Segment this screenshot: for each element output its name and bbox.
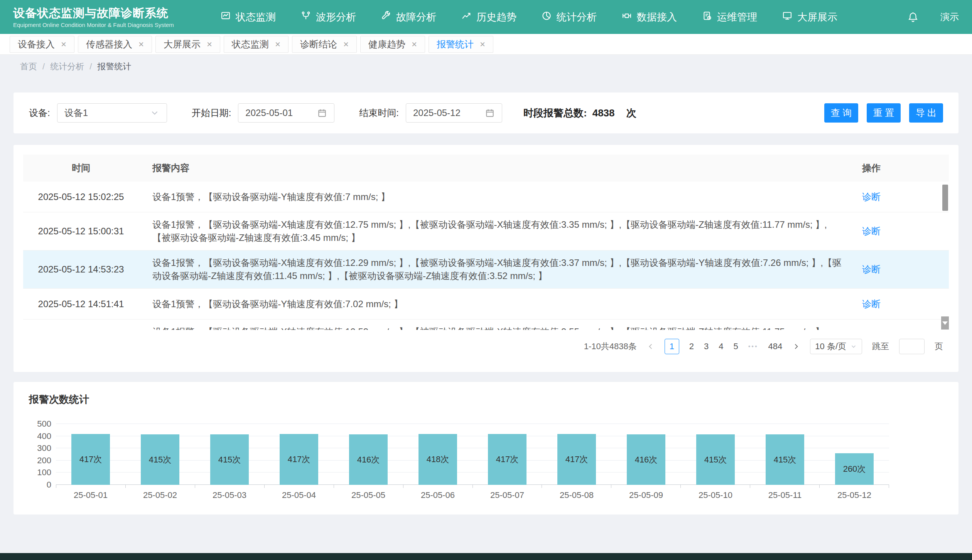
- table-row[interactable]: 2025-05-12 14:51:41 设备1预警，【驱动设备驱动端-Y轴速度有…: [23, 289, 949, 320]
- next-page-button[interactable]: [792, 343, 800, 350]
- page-last[interactable]: 484: [768, 341, 783, 351]
- bar[interactable]: 415次: [141, 434, 179, 485]
- start-date-input[interactable]: 2025-05-01: [238, 103, 334, 123]
- tab-big-screen[interactable]: 大屏展示 ×: [155, 36, 220, 53]
- alarm-total-value: 4838: [592, 107, 615, 119]
- tab-status-monitor[interactable]: 状态监测 ×: [224, 36, 289, 53]
- alarm-content-cell: 设备1报警，【驱动设备驱动端-X轴速度有效值:12.53 mm/s; 】,【被驱…: [139, 325, 862, 330]
- bar[interactable]: 418次: [418, 434, 457, 485]
- diagnose-link[interactable]: 诊断: [862, 192, 881, 202]
- menu-item-stats-analysis[interactable]: 统计分析: [541, 10, 597, 24]
- diagnose-link[interactable]: 诊断: [862, 264, 881, 274]
- bar[interactable]: 417次: [557, 434, 596, 485]
- table-row[interactable]: 2025-05-12 14:50:23 设备1报警，【驱动设备驱动端-X轴速度有…: [23, 320, 949, 330]
- menu-item-status-monitor[interactable]: 状态监测: [220, 10, 276, 24]
- bar[interactable]: 417次: [71, 434, 110, 485]
- notification-bell-icon[interactable]: [907, 11, 919, 23]
- close-icon[interactable]: ×: [275, 39, 280, 50]
- menu-item-ops-management[interactable]: 运维管理: [702, 10, 757, 24]
- table-scrollbar-thumb[interactable]: [942, 185, 948, 211]
- app-title: 设备状态监测与故障诊断系统: [13, 6, 174, 20]
- export-button[interactable]: 导 出: [909, 103, 943, 123]
- alarm-content-cell: 设备1报警，【驱动设备驱动端-X轴速度有效值:12.75 mm/s; 】,【被驱…: [139, 218, 862, 244]
- page-ellipsis[interactable]: •••: [748, 343, 758, 350]
- jump-unit: 页: [935, 341, 943, 352]
- tab-sensor-access[interactable]: 传感器接入 ×: [78, 36, 152, 53]
- reset-button[interactable]: 重 置: [867, 103, 901, 123]
- history-trend-icon: [461, 10, 472, 24]
- bar[interactable]: 416次: [627, 434, 665, 485]
- bar[interactable]: 260次: [835, 453, 874, 485]
- table-row[interactable]: 2025-05-12 15:00:31 设备1报警，【驱动设备驱动端-X轴速度有…: [23, 212, 949, 251]
- bar-slot: 417次: [542, 434, 611, 485]
- tab-health-trend[interactable]: 健康趋势 ×: [360, 36, 425, 53]
- x-tick-label: 25-05-07: [472, 490, 542, 500]
- bar[interactable]: 415次: [210, 434, 249, 485]
- bar-slot: 418次: [403, 434, 472, 485]
- table-row-highlighted[interactable]: 2025-05-12 14:53:23 设备1报警，【驱动设备驱动端-X轴速度有…: [23, 251, 949, 289]
- bar-label: 415次: [149, 454, 172, 466]
- bar-slot: 260次: [820, 453, 889, 485]
- device-label: 设备:: [29, 107, 50, 119]
- chart-title: 报警次数统计: [29, 393, 943, 406]
- bar[interactable]: 415次: [696, 434, 735, 485]
- tab-label: 状态监测: [232, 38, 269, 50]
- menu-item-label: 状态监测: [236, 10, 276, 24]
- page-current[interactable]: 1: [665, 339, 679, 354]
- bar[interactable]: 415次: [766, 434, 804, 485]
- menu-item-big-screen[interactable]: 大屏展示: [782, 10, 837, 24]
- end-date-label: 结束时间:: [359, 107, 399, 119]
- tab-diagnosis-conclusion[interactable]: 诊断结论 ×: [292, 36, 357, 53]
- close-icon[interactable]: ×: [138, 39, 144, 50]
- close-icon[interactable]: ×: [343, 39, 349, 50]
- page-size-value: 10 条/页: [815, 341, 846, 352]
- menu-item-history-trend[interactable]: 历史趋势: [461, 10, 516, 24]
- bar-label: 415次: [704, 454, 727, 466]
- page-number[interactable]: 3: [704, 341, 709, 351]
- jump-page-input[interactable]: [899, 339, 925, 354]
- bar-slot: 415次: [750, 434, 820, 485]
- table-row[interactable]: 2025-05-12 15:02:25 设备1预警，【驱动设备驱动端-Y轴速度有…: [23, 182, 949, 212]
- alarm-table-panel: 时间 报警内容 操作 2025-05-12 15:02:25 设备1预警，【驱动…: [14, 145, 958, 372]
- close-icon[interactable]: ×: [61, 39, 66, 50]
- calendar-icon: [485, 108, 495, 118]
- waveform-analysis-icon: [300, 10, 311, 24]
- page-number[interactable]: 2: [689, 341, 694, 351]
- menu-item-data-access[interactable]: 数据接入: [621, 10, 677, 24]
- x-tick-label: 25-05-05: [334, 490, 403, 500]
- page-number[interactable]: 5: [734, 341, 738, 351]
- user-name[interactable]: 演示: [940, 11, 959, 23]
- close-icon[interactable]: ×: [207, 39, 212, 50]
- bar-slot: 415次: [125, 434, 195, 485]
- device-select[interactable]: 设备1: [57, 103, 167, 123]
- bar[interactable]: 417次: [488, 434, 526, 485]
- menu-item-label: 运维管理: [717, 10, 757, 24]
- pagination: 1-10共4838条 1 2 3 4 5 ••• 484 10 条/页 跳至 页: [23, 338, 949, 355]
- page-size-select[interactable]: 10 条/页: [810, 339, 862, 354]
- diagnose-link[interactable]: 诊断: [862, 226, 881, 236]
- menu-item-waveform-analysis[interactable]: 波形分析: [300, 10, 356, 24]
- table-header: 时间 报警内容 操作: [23, 155, 949, 182]
- close-icon[interactable]: ×: [480, 39, 485, 50]
- x-tick-label: 25-05-03: [195, 490, 264, 500]
- prev-page-button[interactable]: [647, 343, 655, 350]
- menu-item-fault-analysis[interactable]: 故障分析: [381, 10, 436, 24]
- start-date-label: 开始日期:: [192, 107, 231, 119]
- tab-alarm-statistics[interactable]: 报警统计 ×: [429, 36, 493, 53]
- x-tick-label: 25-05-09: [611, 490, 681, 500]
- tab-device-access[interactable]: 设备接入 ×: [10, 36, 74, 53]
- query-button[interactable]: 查 询: [824, 103, 858, 123]
- end-date-input[interactable]: 2025-05-12: [406, 103, 502, 123]
- diagnose-link[interactable]: 诊断: [862, 299, 881, 309]
- close-icon[interactable]: ×: [412, 39, 417, 50]
- bar[interactable]: 416次: [349, 434, 388, 485]
- col-header-action: 操作: [862, 162, 939, 174]
- table-scrollbar-down-button[interactable]: [941, 316, 949, 330]
- breadcrumb-stats[interactable]: 统计分析: [50, 61, 84, 72]
- breadcrumb-home[interactable]: 首页: [20, 61, 37, 72]
- brand: 设备状态监测与故障诊断系统 Equipment Online Condition…: [13, 6, 174, 28]
- breadcrumb-current: 报警统计: [97, 61, 131, 72]
- bar[interactable]: 417次: [280, 434, 318, 485]
- menu-item-label: 波形分析: [316, 10, 356, 24]
- page-number[interactable]: 4: [719, 341, 723, 351]
